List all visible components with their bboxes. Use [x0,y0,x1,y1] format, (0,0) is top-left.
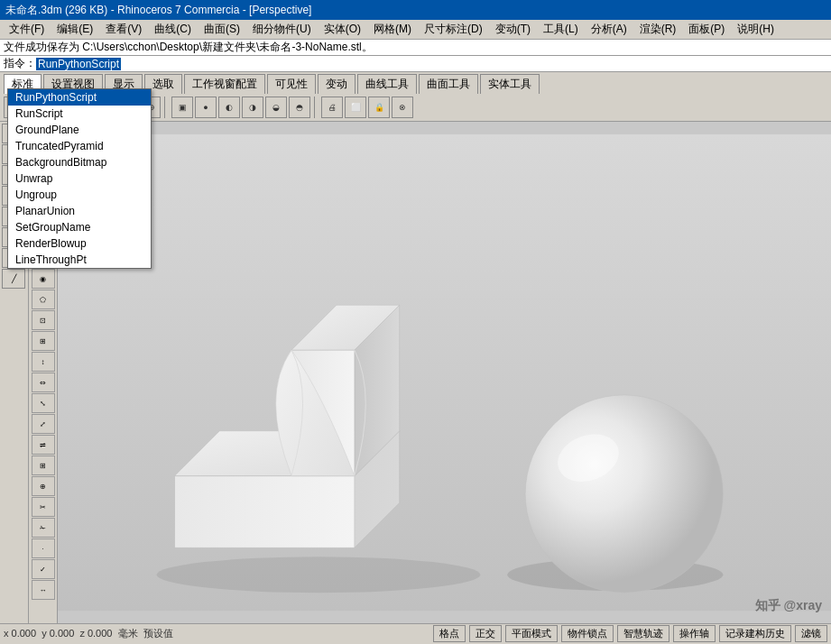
command-prompt: 指令： [4,56,36,71]
toolbar-shade4[interactable]: ◑ [242,97,263,118]
tool-mirror[interactable]: ⇌ [32,435,55,455]
toolbar-shade2[interactable]: ● [195,97,217,118]
tab-visibility[interactable]: 可见性 [267,74,316,94]
autocomplete-item-backgroundbitmap[interactable]: BackgroundBitmap [8,154,151,170]
tool-split[interactable]: ✂ [32,497,55,517]
toolbar-sep2 [164,97,168,118]
menu-subd[interactable]: 细分物件(U) [247,20,317,39]
autocomplete-dropdown[interactable]: RunPythonScript RunScript GroundPlane Tr… [7,88,152,269]
menu-curve[interactable]: 曲线(C) [149,20,197,39]
menu-bar: 文件(F) 编辑(E) 查看(V) 曲线(C) 曲面(S) 细分物件(U) 实体… [0,20,831,40]
toolbar-sep3 [314,97,318,118]
toolbar-shade3[interactable]: ◐ [218,97,240,118]
tool-3d5[interactable]: ◉ [32,269,55,289]
status-area: 文件成功保存为 C:\Users\cchon\Desktop\新建文件夹\未命名… [0,40,831,56]
bottom-smart[interactable]: 智慧轨迹 [617,625,669,642]
toolbar-render4[interactable]: ⊗ [392,97,413,118]
autocomplete-item-ungroup[interactable]: Ungroup [8,187,151,203]
title-text: 未命名.3dm (296 KB) - Rhinoceros 7 Commerci… [5,3,311,18]
bottom-ortho[interactable]: 正交 [469,625,502,642]
toolbar-render2[interactable]: ⬜ [345,97,366,118]
tool-join[interactable]: ⊕ [32,476,55,496]
scene-svg [58,122,831,623]
menu-dim[interactable]: 尺寸标注(D) [419,20,488,39]
viewport[interactable]: Perspective [58,122,831,623]
title-bar: 未命名.3dm (296 KB) - Rhinoceros 7 Commerci… [0,0,831,20]
toolbar-render3[interactable]: 🔒 [368,97,390,118]
tab-transform[interactable]: 变动 [318,74,355,94]
toolbar-shade1[interactable]: ▣ [171,97,193,118]
toolbar-shade5[interactable]: ◒ [265,97,287,118]
menu-analysis[interactable]: 分析(A) [586,20,632,39]
tool-check[interactable]: ✓ [32,559,55,579]
bottom-snap[interactable]: 物件锁点 [561,625,614,642]
tab-surfacetools[interactable]: 曲面工具 [419,74,478,94]
svg-marker-4 [175,476,355,548]
menu-surface[interactable]: 曲面(S) [199,20,245,39]
autocomplete-item-renderblowup[interactable]: RenderBlowup [8,235,151,252]
autocomplete-item-truncatedpyramid[interactable]: TruncatedPyramid [8,138,151,154]
command-input[interactable]: RunPythonScript [36,58,121,70]
autocomplete-item-runpythonscript[interactable]: RunPythonScript [8,89,151,106]
bottom-bar: x 0.000 y 0.000 z 0.000 毫米 预设值 格点 正交 平面模… [0,623,831,643]
svg-point-9 [525,395,723,593]
autocomplete-item-linethroughpt[interactable]: LineThroughPt [8,252,151,268]
tool-move1[interactable]: ↕ [32,352,55,372]
command-area: 指令： RunPythonScript [0,56,831,72]
svg-point-1 [157,557,481,593]
menu-view[interactable]: 查看(V) [100,20,147,39]
menu-tools[interactable]: 工具(L) [538,20,584,39]
status-text: 文件成功保存为 C:\Users\cchon\Desktop\新建文件夹\未命名… [4,40,373,55]
menu-edit[interactable]: 编辑(E) [51,20,98,39]
tab-curvetools[interactable]: 曲线工具 [357,74,417,94]
menu-render[interactable]: 渲染(R) [634,20,682,39]
autocomplete-item-unwrap[interactable]: Unwrap [8,170,151,187]
coords: x 0.000 y 0.000 z 0.000 毫米 预设值 [4,627,173,640]
menu-panels[interactable]: 面板(P) [683,20,730,39]
menu-mesh[interactable]: 网格(M) [368,20,417,39]
bottom-planar[interactable]: 平面模式 [505,625,558,642]
bottom-history[interactable]: 记录建构历史 [719,625,791,642]
svg-rect-0 [58,134,831,611]
tab-solidtools[interactable]: 实体工具 [480,74,540,94]
autocomplete-item-setgroupname[interactable]: SetGroupName [8,219,151,235]
menu-help[interactable]: 说明(H) [732,20,780,39]
bottom-filter[interactable]: 滤镜 [795,625,827,642]
toolbar-shade6[interactable]: ◓ [289,97,310,118]
bottom-grid[interactable]: 格点 [433,625,466,642]
tool-scale1[interactable]: ⤡ [32,393,55,413]
tool-3d6[interactable]: ⬠ [32,290,55,309]
tool-array[interactable]: ⊞ [32,455,55,475]
tool-dim[interactable]: ↔ [32,580,55,600]
tool-3d7[interactable]: ⊡ [32,310,55,330]
tool-point[interactable]: · [32,538,55,558]
watermark: 知乎 @xray [755,598,822,614]
autocomplete-item-groundplane[interactable]: GroundPlane [8,122,151,138]
bottom-gumball[interactable]: 操作轴 [673,625,716,642]
menu-transform[interactable]: 变动(T) [490,20,536,39]
autocomplete-item-planarunion[interactable]: PlanarUnion [8,203,151,219]
tool-3d8[interactable]: ⊞ [32,331,55,351]
tool-scale2[interactable]: ⤢ [32,414,55,434]
menu-file[interactable]: 文件(F) [4,20,50,39]
sidebar-line[interactable]: ╱ [2,269,25,289]
tool-move2[interactable]: ⇔ [32,373,55,392]
menu-solid[interactable]: 实体(O) [319,20,366,39]
toolbar-render1[interactable]: 🖨 [321,97,343,118]
tab-workview[interactable]: 工作视窗配置 [184,74,265,94]
tool-trim[interactable]: ✁ [32,518,55,538]
autocomplete-item-runscript[interactable]: RunScript [8,106,151,122]
